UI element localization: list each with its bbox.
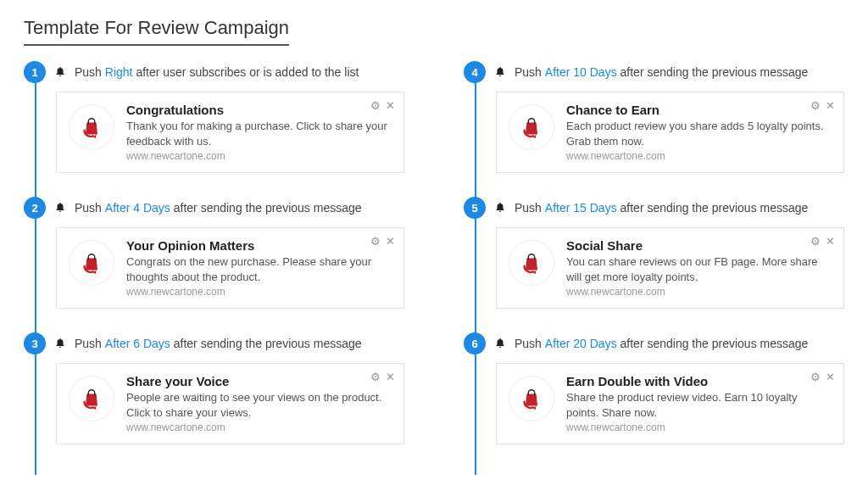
timing-accent: After 6 Days bbox=[105, 337, 170, 350]
card-title: Congratulations bbox=[126, 103, 392, 117]
columns-wrap: 1 Push Right after user subscribes or is… bbox=[24, 61, 844, 468]
step-4: 4 Push After 10 Days after sending the p… bbox=[464, 61, 844, 173]
step-number-badge: 5 bbox=[464, 197, 486, 219]
card-actions: ⚙✕ bbox=[370, 371, 395, 383]
card-actions: ⚙✕ bbox=[810, 371, 835, 383]
push-label: Push bbox=[75, 337, 102, 350]
push-label: Push bbox=[515, 65, 542, 79]
notification-card: ⚙✕ Share your Voice People are waiting t… bbox=[56, 363, 404, 444]
bell-icon bbox=[54, 65, 66, 80]
close-icon[interactable]: ✕ bbox=[386, 371, 395, 383]
timing-suffix: after sending the previous message bbox=[620, 65, 809, 79]
timing-accent: After 4 Days bbox=[105, 201, 170, 215]
step-number-badge: 4 bbox=[464, 61, 486, 83]
push-label: Push bbox=[75, 201, 102, 215]
gear-icon[interactable]: ⚙ bbox=[370, 371, 381, 383]
timing-accent: After 20 Days bbox=[545, 337, 617, 350]
shopping-bag-icon bbox=[69, 104, 114, 150]
notification-card: ⚙✕ Social Share You can share reviews on… bbox=[496, 227, 844, 309]
card-desc: Congrats on the new purchase. Please sha… bbox=[126, 254, 392, 284]
step-1: 1 Push Right after user subscribes or is… bbox=[24, 61, 404, 173]
close-icon[interactable]: ✕ bbox=[386, 235, 395, 248]
timing-accent: After 15 Days bbox=[545, 201, 617, 215]
card-actions: ⚙ ✕ bbox=[370, 99, 395, 112]
card-body: Chance to Earn Each product review you s… bbox=[566, 103, 832, 162]
timing-suffix: after sending the previous message bbox=[620, 201, 809, 215]
card-title: Chance to Earn bbox=[566, 103, 832, 117]
gear-icon[interactable]: ⚙ bbox=[810, 371, 821, 383]
push-label: Push bbox=[515, 337, 542, 350]
step-header: 5 Push After 15 Days after sending the p… bbox=[464, 197, 844, 219]
timing-suffix: after user subscribes or is added to the… bbox=[136, 65, 359, 79]
timing-suffix: after sending the previous message bbox=[174, 337, 362, 350]
bell-icon bbox=[494, 201, 506, 215]
notification-card: ⚙✕ Chance to Earn Each product review yo… bbox=[496, 92, 844, 173]
shopping-bag-icon bbox=[69, 240, 114, 286]
shopping-bag-icon bbox=[69, 376, 114, 421]
bell-icon bbox=[54, 201, 66, 215]
card-domain: www.newcartone.com bbox=[126, 286, 392, 298]
card-domain: www.newcartone.com bbox=[566, 150, 832, 162]
shopping-bag-icon bbox=[509, 240, 554, 286]
step-header: 3 Push After 6 Days after sending the pr… bbox=[24, 332, 404, 354]
card-domain: www.newcartone.com bbox=[126, 421, 392, 433]
bell-icon bbox=[494, 337, 506, 351]
card-desc: Share the product review video. Earn 10 … bbox=[566, 390, 832, 420]
close-icon[interactable]: ✕ bbox=[386, 99, 395, 112]
step-timing: Push Right after user subscribes or is a… bbox=[75, 65, 359, 79]
gear-icon[interactable]: ⚙ bbox=[810, 235, 821, 248]
gear-icon[interactable]: ⚙ bbox=[370, 99, 381, 112]
card-body: Social Share You can share reviews on ou… bbox=[566, 238, 832, 298]
card-actions: ⚙✕ bbox=[810, 235, 835, 248]
notification-card: ⚙✕ Earn Double with Video Share the prod… bbox=[496, 363, 844, 444]
step-header: 2 Push After 4 Days after sending the pr… bbox=[24, 197, 404, 219]
card-desc: People are waiting to see your views on … bbox=[126, 390, 392, 420]
timing-accent: Right bbox=[105, 65, 133, 79]
card-desc: Thank you for making a purchase. Click t… bbox=[126, 119, 392, 148]
bell-icon bbox=[54, 337, 66, 351]
card-domain: www.newcartone.com bbox=[566, 286, 832, 298]
gear-icon[interactable]: ⚙ bbox=[370, 235, 381, 248]
card-actions: ⚙✕ bbox=[370, 235, 395, 248]
close-icon[interactable]: ✕ bbox=[826, 371, 835, 383]
card-body: Your Opinion Matters Congrats on the new… bbox=[126, 238, 392, 298]
step-2: 2 Push After 4 Days after sending the pr… bbox=[24, 197, 404, 309]
step-timing: Push After 15 Days after sending the pre… bbox=[515, 201, 808, 215]
step-timing: Push After 10 Days after sending the pre… bbox=[515, 65, 808, 79]
card-title: Earn Double with Video bbox=[566, 374, 832, 388]
step-number-badge: 2 bbox=[24, 197, 46, 219]
card-desc: Each product review you share adds 5 loy… bbox=[566, 119, 832, 148]
card-body: Earn Double with Video Share the product… bbox=[566, 374, 832, 433]
step-3: 3 Push After 6 Days after sending the pr… bbox=[24, 332, 404, 444]
card-domain: www.newcartone.com bbox=[566, 421, 832, 433]
step-timing: Push After 6 Days after sending the prev… bbox=[75, 337, 362, 350]
step-header: 4 Push After 10 Days after sending the p… bbox=[464, 61, 844, 83]
step-number-badge: 6 bbox=[464, 332, 486, 354]
card-title: Social Share bbox=[566, 238, 832, 253]
column-left: 1 Push Right after user subscribes or is… bbox=[24, 61, 404, 468]
notification-card: ⚙✕ Your Opinion Matters Congrats on the … bbox=[56, 227, 404, 309]
close-icon[interactable]: ✕ bbox=[826, 99, 835, 112]
timing-accent: After 10 Days bbox=[545, 65, 617, 79]
card-actions: ⚙✕ bbox=[810, 99, 835, 112]
card-title: Your Opinion Matters bbox=[126, 238, 392, 253]
step-header: 6 Push After 20 Days after sending the p… bbox=[464, 332, 844, 354]
step-number-badge: 1 bbox=[24, 61, 46, 83]
step-5: 5 Push After 15 Days after sending the p… bbox=[464, 197, 844, 309]
column-right: 4 Push After 10 Days after sending the p… bbox=[464, 61, 844, 468]
close-icon[interactable]: ✕ bbox=[826, 235, 835, 248]
push-label: Push bbox=[75, 65, 102, 79]
card-body: Congratulations Thank you for making a p… bbox=[126, 103, 392, 162]
page-title: Template For Review Campaign bbox=[24, 17, 289, 46]
gear-icon[interactable]: ⚙ bbox=[810, 99, 821, 112]
step-timing: Push After 20 Days after sending the pre… bbox=[515, 337, 808, 350]
push-label: Push bbox=[515, 201, 542, 215]
card-desc: You can share reviews on our FB page. Mo… bbox=[566, 254, 832, 284]
step-6: 6 Push After 20 Days after sending the p… bbox=[464, 332, 844, 444]
shopping-bag-icon bbox=[509, 376, 554, 421]
shopping-bag-icon bbox=[509, 104, 554, 150]
step-timing: Push After 4 Days after sending the prev… bbox=[75, 201, 362, 215]
notification-card: ⚙ ✕ Congratulations Thank you for making… bbox=[56, 92, 404, 173]
step-header: 1 Push Right after user subscribes or is… bbox=[24, 61, 404, 83]
bell-icon bbox=[494, 65, 506, 80]
